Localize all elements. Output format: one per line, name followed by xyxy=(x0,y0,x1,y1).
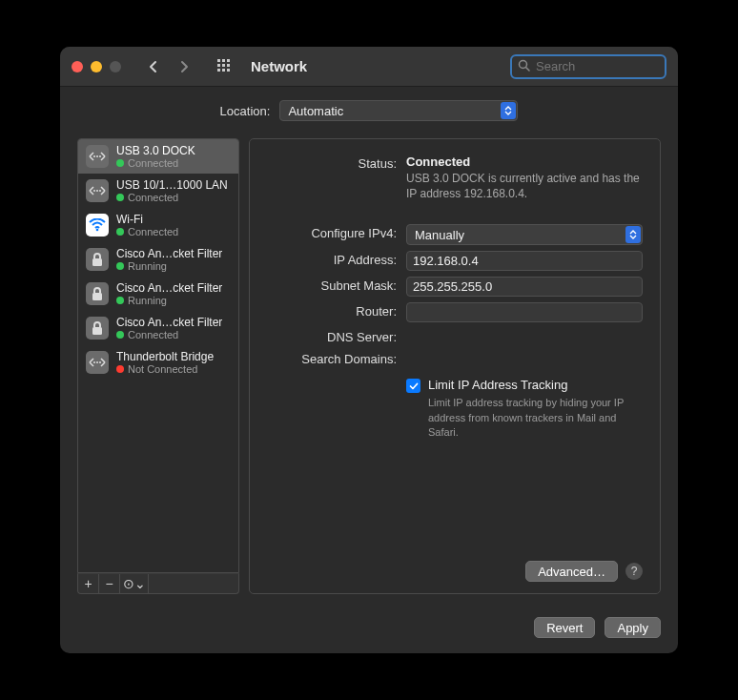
svg-point-21 xyxy=(96,361,98,363)
svg-point-13 xyxy=(99,155,101,157)
sidebar-service-item[interactable]: Wi-FiConnected xyxy=(78,208,238,242)
wifi-icon xyxy=(86,214,109,237)
nav-buttons xyxy=(140,53,197,80)
svg-line-10 xyxy=(526,67,530,71)
router-input[interactable] xyxy=(406,302,643,322)
search-field[interactable] xyxy=(510,54,666,79)
sidebar-service-item[interactable]: USB 10/1…1000 LANConnected xyxy=(78,174,238,208)
svg-point-23 xyxy=(99,361,101,363)
svg-point-15 xyxy=(93,190,95,192)
status-dot-icon xyxy=(116,365,124,373)
window-controls xyxy=(72,61,121,72)
svg-point-11 xyxy=(96,155,98,157)
help-button[interactable]: ? xyxy=(625,563,643,580)
remove-service-button[interactable]: − xyxy=(99,574,120,593)
svg-point-12 xyxy=(93,155,95,157)
ip-address-input[interactable]: 192.168.0.4 xyxy=(406,251,643,271)
dns-server-value xyxy=(406,328,643,344)
sidebar-controls: + − ⊙⌄ xyxy=(77,573,239,594)
svg-point-17 xyxy=(96,229,99,232)
ip-address-label: IP Address: xyxy=(267,251,397,271)
service-status: Connected xyxy=(116,157,195,169)
service-list[interactable]: USB 3.0 DOCKConnectedUSB 10/1…1000 LANCo… xyxy=(77,138,239,573)
svg-rect-4 xyxy=(222,64,225,67)
dns-server-label: DNS Server: xyxy=(267,328,397,344)
limit-ip-tracking-description: Limit IP address tracking by hiding your… xyxy=(428,396,643,440)
updown-icon xyxy=(625,226,641,243)
status-value: Connected xyxy=(406,154,643,169)
svg-rect-5 xyxy=(227,64,230,67)
sidebar-service-item[interactable]: USB 3.0 DOCKConnected xyxy=(78,139,238,174)
service-status: Connected xyxy=(116,192,228,203)
sidebar-service-item[interactable]: Cisco An…cket FilterRunning xyxy=(78,277,238,311)
lock-icon xyxy=(86,317,109,340)
show-all-button[interactable] xyxy=(215,56,236,77)
zoom-button[interactable] xyxy=(110,61,121,72)
location-select[interactable]: Automatic xyxy=(279,100,518,121)
apply-button[interactable]: Apply xyxy=(605,617,661,638)
location-value: Automatic xyxy=(288,104,343,118)
sidebar-service-item[interactable]: Cisco An…cket FilterConnected xyxy=(78,311,238,345)
service-name: Cisco An…cket Filter xyxy=(116,247,222,260)
subnet-mask-label: Subnet Mask: xyxy=(267,277,397,297)
router-label: Router: xyxy=(267,302,397,322)
svg-point-16 xyxy=(99,190,101,192)
svg-rect-8 xyxy=(227,69,230,72)
search-input[interactable] xyxy=(536,59,659,73)
service-name: Wi-Fi xyxy=(116,213,178,226)
eth-icon xyxy=(86,351,109,374)
service-name: USB 3.0 DOCK xyxy=(116,144,195,157)
back-button[interactable] xyxy=(140,53,167,80)
detail-panel: Status: Connected USB 3.0 DOCK is curren… xyxy=(249,138,661,594)
service-sidebar: USB 3.0 DOCKConnectedUSB 10/1…1000 LANCo… xyxy=(77,138,239,594)
forward-button xyxy=(171,53,197,80)
location-label: Location: xyxy=(220,104,271,118)
close-button[interactable] xyxy=(72,61,83,72)
svg-rect-3 xyxy=(217,64,220,67)
minimize-button[interactable] xyxy=(91,61,102,72)
service-name: Thunderbolt Bridge xyxy=(116,350,214,363)
service-status: Running xyxy=(116,260,222,272)
lock-icon xyxy=(86,248,109,271)
status-dot-icon xyxy=(116,297,124,304)
svg-rect-0 xyxy=(217,59,220,62)
chevron-left-icon xyxy=(149,60,158,73)
sidebar-service-item[interactable]: Cisco An…cket FilterRunning xyxy=(78,242,238,277)
updown-icon xyxy=(501,102,516,119)
chevron-right-icon xyxy=(179,60,189,73)
service-name: USB 10/1…1000 LAN xyxy=(116,178,228,192)
svg-rect-2 xyxy=(227,59,230,62)
add-service-button[interactable]: + xyxy=(78,574,99,593)
status-dot-icon xyxy=(116,331,124,339)
configure-ipv4-label: Configure IPv4: xyxy=(267,224,397,245)
search-icon xyxy=(518,59,530,74)
eth-icon xyxy=(86,179,109,202)
svg-rect-7 xyxy=(222,69,225,72)
grid-icon xyxy=(217,59,233,74)
bottom-buttons: Revert Apply xyxy=(60,607,678,653)
service-status: Connected xyxy=(116,329,222,340)
svg-rect-20 xyxy=(92,327,102,335)
service-status: Running xyxy=(116,295,222,306)
svg-point-22 xyxy=(93,361,95,363)
service-status: Connected xyxy=(116,226,178,237)
titlebar: Network xyxy=(60,47,678,87)
svg-rect-18 xyxy=(92,258,102,266)
configure-ipv4-select[interactable]: Manually xyxy=(406,224,643,245)
revert-button[interactable]: Revert xyxy=(534,617,595,638)
more-actions-button[interactable]: ⊙⌄ xyxy=(120,574,149,593)
eth-icon xyxy=(86,145,109,168)
service-name: Cisco An…cket Filter xyxy=(116,316,222,329)
subnet-mask-input[interactable]: 255.255.255.0 xyxy=(406,277,643,297)
search-domains-label: Search Domains: xyxy=(267,350,397,366)
svg-rect-6 xyxy=(217,69,220,72)
limit-ip-tracking-checkbox[interactable] xyxy=(406,379,420,393)
advanced-button[interactable]: Advanced… xyxy=(525,561,618,582)
configure-ipv4-value: Manually xyxy=(415,228,464,242)
status-label: Status: xyxy=(267,154,397,201)
svg-rect-1 xyxy=(222,59,225,62)
status-description: USB 3.0 DOCK is currently active and has… xyxy=(406,171,643,201)
limit-ip-tracking-label: Limit IP Address Tracking xyxy=(428,378,643,392)
svg-point-14 xyxy=(96,190,98,192)
sidebar-service-item[interactable]: Thunderbolt BridgeNot Connected xyxy=(78,345,238,380)
